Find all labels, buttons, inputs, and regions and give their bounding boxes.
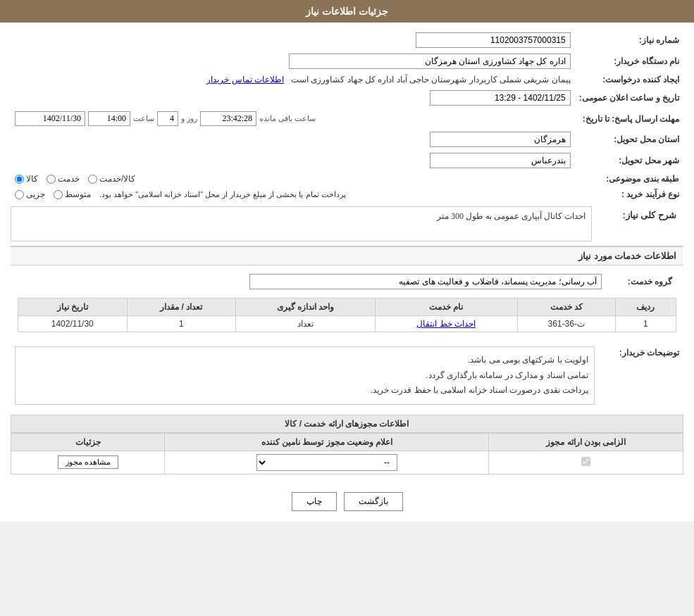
announce-label: تاریخ و ساعت اعلان عمومی:	[575, 87, 683, 108]
motevaset-label: متوسط	[65, 189, 91, 199]
cell-date: 1402/11/30	[18, 316, 128, 332]
province-label: استان محل تحویل:	[575, 129, 683, 150]
esnad-notice: پرداخت تمام یا بخشی از مبلغ خریدار از مح…	[99, 190, 346, 199]
category-kala-radio[interactable]	[15, 175, 24, 184]
print-button[interactable]: چاپ	[292, 492, 337, 511]
need-number-input	[416, 32, 571, 48]
category-label: طبقه بندی موضوعی:	[575, 171, 683, 187]
service-group-label: گروه خدمت:	[606, 271, 676, 292]
creator-value: پیمان شریفی شملی کاربردار شهرستان حاجی آ…	[291, 75, 571, 84]
page-wrapper: جزئیات اطلاعات نیاز شماره نیاز: نام دستگ…	[0, 0, 694, 522]
col-status: اعلام وضعیت مجوز توسط نامین کننده	[165, 433, 489, 451]
buyer-notes-label: توضیحات خریدار:	[599, 344, 683, 408]
need-number-value	[11, 30, 575, 51]
category-kala[interactable]: کالا	[15, 174, 38, 184]
category-kala-khidmat-radio[interactable]	[88, 175, 97, 184]
buyer-org-input	[289, 54, 571, 69]
cell-service-name[interactable]: احداث خط انتقال	[375, 316, 517, 332]
deadline-day-input	[157, 111, 178, 126]
type-motevaset[interactable]: متوسط	[54, 189, 91, 199]
license-required-checkbox[interactable]	[581, 457, 590, 466]
licenses-table: الزامی بودن ارائه مجوز اعلام وضعیت مجوز …	[11, 433, 683, 474]
back-button[interactable]: بازگشت	[344, 492, 403, 511]
category-kala-khidmat[interactable]: کالا/خدمت	[88, 174, 135, 184]
buyer-note-line: تمامی اسناد و مدارک در سامانه بارگذاری گ…	[21, 368, 588, 384]
services-content: گروه خدمت: ردیف کد خدمت نام خدمت واحد ان…	[11, 265, 683, 344]
main-content: شماره نیاز: نام دستگاه خریدار: ایجاد کنن…	[0, 23, 694, 482]
license-status-select[interactable]: --	[256, 454, 397, 471]
city-label: شهر محل تحویل:	[575, 150, 683, 171]
col-service-name: نام خدمت	[375, 298, 517, 316]
license-required-cell	[489, 451, 683, 474]
buyer-org-label: نام دستگاه خریدار:	[575, 51, 683, 72]
cell-unit: تعداد	[235, 316, 375, 332]
day-label: روز و	[181, 114, 197, 123]
col-service-code: کد خدمت	[517, 298, 615, 316]
time-label: ساعت	[133, 114, 154, 123]
license-details-cell: مشاهده مجوز	[11, 451, 165, 474]
type-jozii[interactable]: جزیی	[15, 189, 45, 199]
need-number-label: شماره نیاز:	[575, 30, 683, 51]
type-esnad[interactable]: پرداخت تمام یا بخشی از مبلغ خریدار از مح…	[99, 190, 346, 199]
buyer-notes-table: توضیحات خریدار: اولویت با شرکتهای بومی م…	[11, 344, 683, 408]
col-quantity: تعداد / مقدار	[127, 298, 235, 316]
col-required: الزامی بودن ارائه مجوز	[489, 433, 683, 451]
type-motevaset-radio[interactable]	[54, 190, 63, 199]
category-row: کالا/خدمت خدمت کالا	[11, 171, 575, 187]
cell-quantity: 1	[127, 316, 235, 332]
need-desc-text: احداث کانال آبیاری عمومی به طول 300 متر	[437, 211, 585, 221]
creator-label: ایجاد کننده درخواست:	[575, 72, 683, 87]
province-value	[11, 129, 575, 150]
creator-contact-link[interactable]: اطلاعات تماس خریدار	[206, 75, 284, 84]
province-input	[430, 132, 571, 147]
buyer-notes-content: اولویت با شرکتهای بومی می باشد.تمامی اسن…	[11, 344, 599, 408]
need-desc-content: احداث کانال آبیاری عمومی به طول 300 متر	[11, 206, 592, 241]
deadline-date-input	[15, 111, 85, 126]
licenses-section: اطلاعات مجوزهای ارائه خدمت / کالا الزامی…	[11, 415, 683, 474]
service-group-table: گروه خدمت:	[18, 271, 676, 292]
announce-value	[11, 87, 575, 108]
services-table: ردیف کد خدمت نام خدمت واحد اندازه گیری ت…	[18, 298, 676, 332]
kala-khidmat-label: کالا/خدمت	[99, 174, 135, 184]
creator-row: پیمان شریفی شملی کاربردار شهرستان حاجی آ…	[11, 72, 575, 87]
announce-datetime-input	[430, 90, 571, 106]
page-title: جزئیات اطلاعات نیاز	[0, 0, 694, 23]
need-desc-label: شرح کلی نیاز:	[599, 206, 683, 224]
table-row: 1 ت-36-361 احداث خط انتقال تعداد 1 1402/…	[18, 316, 676, 332]
deadline-label: مهلت ارسال پاسخ: تا تاریخ:	[575, 108, 683, 129]
col-unit: واحد اندازه گیری	[235, 298, 375, 316]
cell-service-code: ت-36-361	[517, 316, 615, 332]
list-item: -- مشاهده مجوز	[11, 451, 683, 474]
deadline-clock-input	[200, 111, 256, 126]
buyer-note-line: اولویت با شرکتهای بومی می باشد.	[21, 353, 588, 368]
remaining-label: ساعت باقی مانده	[259, 114, 316, 123]
service-group-input	[249, 274, 602, 289]
buyer-org-value	[11, 51, 575, 72]
info-table: شماره نیاز: نام دستگاه خریدار: ایجاد کنن…	[11, 30, 683, 202]
buyer-note-line: پرداخت نقدی درصورت اسناد خزانه اسلامی با…	[21, 383, 588, 398]
col-details: جزئیات	[11, 433, 165, 451]
jozii-label: جزیی	[26, 189, 45, 199]
footer-buttons: بازگشت چاپ	[0, 482, 694, 522]
col-row-num: ردیف	[615, 298, 676, 316]
khidmat-label: خدمت	[58, 174, 80, 184]
category-khidmat[interactable]: خدمت	[47, 174, 80, 184]
service-group-value	[18, 271, 606, 292]
category-khidmat-radio[interactable]	[47, 175, 56, 184]
purchase-type-row: پرداخت تمام یا بخشی از مبلغ خریدار از مح…	[11, 187, 575, 202]
city-value	[11, 150, 575, 171]
kala-label: کالا	[26, 174, 38, 184]
need-desc-box: احداث کانال آبیاری عمومی به طول 300 متر	[11, 206, 592, 241]
cell-row-num: 1	[615, 316, 676, 332]
licenses-header: اطلاعات مجوزهای ارائه خدمت / کالا	[11, 415, 683, 433]
purchase-type-label: نوع فرآیند خرید :	[575, 187, 683, 202]
view-license-button[interactable]: مشاهده مجوز	[58, 455, 118, 469]
license-status-cell: --	[165, 451, 489, 474]
deadline-row: ساعت باقی مانده روز و ساعت	[11, 108, 575, 129]
col-date: تاریخ نیاز	[18, 298, 128, 316]
services-section-header: اطلاعات خدمات مورد نیاز	[11, 246, 683, 265]
need-desc-section: شرح کلی نیاز: احداث کانال آبیاری عمومی ب…	[11, 206, 683, 241]
type-jozii-radio[interactable]	[15, 190, 24, 199]
buyer-notes-box: اولویت با شرکتهای بومی می باشد.تمامی اسن…	[15, 346, 595, 405]
deadline-time-input	[88, 111, 130, 126]
